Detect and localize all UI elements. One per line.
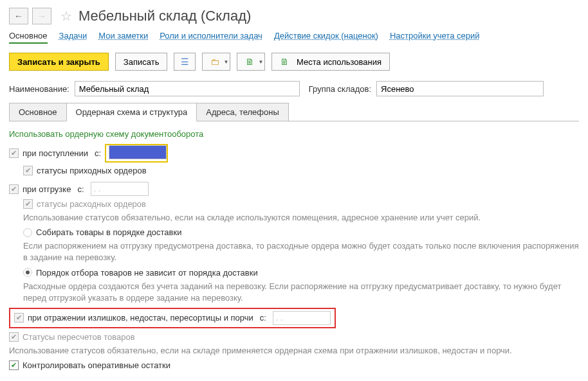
on-ship-label: при отгрузке xyxy=(23,184,71,194)
nav-discounts[interactable]: Действие скидок (наценок) xyxy=(274,31,378,44)
folder-button[interactable]: 🗀▼ xyxy=(202,53,230,71)
group-field[interactable] xyxy=(376,81,544,96)
surplus-date-field[interactable]: . . xyxy=(273,311,331,325)
checkbox-on-surplus: ✔ xyxy=(14,313,24,323)
usage-button-label: Места использования xyxy=(297,57,381,67)
radio-collect xyxy=(23,228,32,237)
receipt-date-field[interactable] xyxy=(109,145,167,159)
on-surplus-label: при отражении излишков, недостач, пересо… xyxy=(28,313,253,323)
back-button[interactable]: ← xyxy=(9,8,28,24)
nav-roles[interactable]: Роли и исполнители задач xyxy=(160,31,262,44)
nav-series[interactable]: Настройки учета серий xyxy=(390,31,480,44)
chevron-down-icon: ▼ xyxy=(223,59,228,65)
group-label: Группа складов: xyxy=(309,84,371,94)
checkbox-control[interactable]: ✔ xyxy=(9,360,19,370)
hint-statuses: Использование статусов обязательно, если… xyxy=(23,212,579,224)
tab-order-scheme[interactable]: Ордерная схема и структура xyxy=(66,103,198,121)
list-button[interactable]: ☰ xyxy=(174,53,196,71)
usage-button[interactable]: 🗎 Места использования xyxy=(271,53,390,71)
report-icon: 🗎 xyxy=(245,57,254,67)
surplus-highlight: ✔ при отражении излишков, недостач, пере… xyxy=(9,308,336,328)
checkbox-recount-statuses: ✔ xyxy=(9,332,19,342)
ship-statuses-label: статусы расходных ордеров xyxy=(37,199,146,209)
folder-icon: 🗀 xyxy=(210,57,219,67)
nav-tasks[interactable]: Задачи xyxy=(59,31,87,44)
name-label: Наименование: xyxy=(9,84,69,94)
usage-icon: 🗎 xyxy=(280,57,289,67)
page-title: Мебельный склад (Склад) xyxy=(78,8,251,24)
checkbox-on-receipt: ✔ xyxy=(9,148,19,158)
tab-addresses[interactable]: Адреса, телефоны xyxy=(196,103,289,121)
section-header: Использовать ордерную схему документообо… xyxy=(9,129,579,139)
tab-main[interactable]: Основное xyxy=(9,103,67,121)
chevron-down-icon: ▼ xyxy=(258,59,263,65)
radio-order-label: Порядок отбора товаров не зависит от пор… xyxy=(36,268,258,278)
save-close-button[interactable]: Записать и закрыть xyxy=(9,53,109,71)
section-nav: Основное Задачи Мои заметки Роли и испол… xyxy=(9,31,579,44)
from-label: с: xyxy=(95,148,101,158)
nav-main[interactable]: Основное xyxy=(9,31,48,44)
report-button[interactable]: 🗎▼ xyxy=(237,53,265,71)
checkbox-ship-statuses: ✔ xyxy=(23,199,33,209)
checkbox-on-ship: ✔ xyxy=(9,184,19,194)
hint-order: Расходные ордера создаются без учета зад… xyxy=(23,281,579,304)
toolbar: Записать и закрыть Записать ☰ 🗀▼ 🗎▼ 🗎 Ме… xyxy=(9,53,579,71)
receipt-date-highlight xyxy=(105,144,168,163)
list-icon: ☰ xyxy=(181,57,189,67)
checkbox-receipt-statuses: ✔ xyxy=(23,166,33,175)
on-receipt-label: при поступлении xyxy=(23,148,88,158)
name-field[interactable] xyxy=(75,81,300,96)
from-label-2: с: xyxy=(77,184,84,194)
nav-notes[interactable]: Мои заметки xyxy=(98,31,148,44)
ship-date-field[interactable]: . . xyxy=(91,182,149,196)
save-button[interactable]: Записать xyxy=(115,53,168,71)
control-label: Контролировать оперативные остатки xyxy=(23,360,170,370)
favorite-star-icon[interactable]: ☆ xyxy=(60,8,72,24)
recount-statuses-label: Статусы пересчетов товаров xyxy=(23,332,135,342)
forward-button[interactable]: → xyxy=(32,8,51,24)
hint-collect: Если распоряжением на отгрузку предусмот… xyxy=(23,240,579,263)
hint-recount: Использование статусов обязательно, если… xyxy=(9,345,579,357)
radio-order xyxy=(23,268,32,277)
receipt-statuses-label: статусы приходных ордеров xyxy=(37,166,147,175)
from-label-3: с: xyxy=(260,313,266,323)
tabs: Основное Ордерная схема и структура Адре… xyxy=(9,103,579,121)
radio-collect-label: Собирать товары в порядке доставки xyxy=(36,227,181,237)
